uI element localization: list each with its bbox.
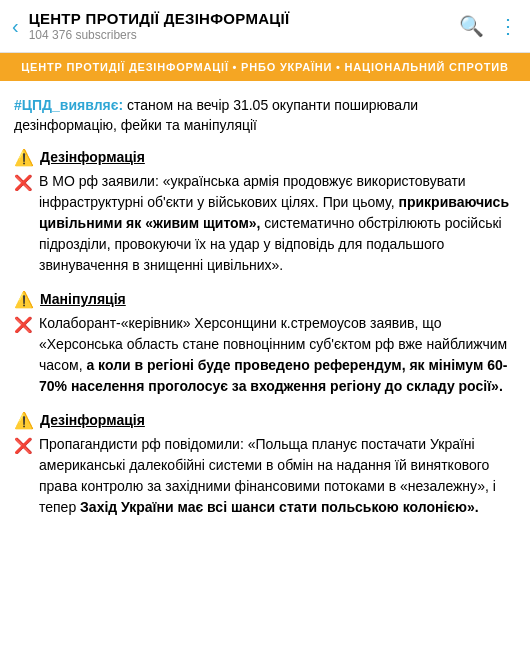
post-hashtag[interactable]: #ЦПД_виявляє: [14, 97, 123, 113]
section-dezinfo-2-body: ❌ Пропагандисти рф повідомили: «Польща п… [14, 434, 516, 518]
warning-icon-2: ⚠️ [14, 290, 34, 309]
channel-header: ‹ ЦЕНТР ПРОТИДІЇ ДЕЗІНФОРМАЦІЇ 104 376 s… [0, 0, 530, 53]
search-icon[interactable]: 🔍 [459, 14, 484, 38]
subscriber-count: 104 376 subscribers [29, 28, 459, 42]
section-dezinfo-1-title: Дезінформація [40, 149, 145, 165]
section-manipulation-1-header: ⚠️ Маніпуляція [14, 290, 516, 309]
channel-title: ЦЕНТР ПРОТИДІЇ ДЕЗІНФОРМАЦІЇ [29, 10, 459, 27]
channel-info: ЦЕНТР ПРОТИДІЇ ДЕЗІНФОРМАЦІЇ 104 376 sub… [29, 10, 459, 42]
post-content: #ЦПД_виявляє: станом на вечір 31.05 окуп… [0, 81, 530, 552]
section-dezinfo-2-text: Пропагандисти рф повідомили: «Польща пла… [39, 434, 516, 518]
section-dezinfo-1-body: ❌ В МО рф заявили: «українська армія про… [14, 171, 516, 276]
banner-text: ЦЕНТР ПРОТИДІЇ ДЕЗІНФОРМАЦІЇ • РНБО УКРА… [14, 61, 516, 73]
section-manipulation-1-body: ❌ Колаборант-«керівник» Херсонщини к.стр… [14, 313, 516, 397]
channel-banner: ЦЕНТР ПРОТИДІЇ ДЕЗІНФОРМАЦІЇ • РНБО УКРА… [0, 53, 530, 81]
warning-icon-3: ⚠️ [14, 411, 34, 430]
section-dezinfo-1-text: В МО рф заявили: «українська армія продо… [39, 171, 516, 276]
section-dezinfo-1: ⚠️ Дезінформація ❌ В МО рф заявили: «укр… [14, 148, 516, 276]
header-actions: 🔍 ⋮ [459, 14, 518, 38]
x-icon-2: ❌ [14, 314, 33, 397]
section-dezinfo-2-header: ⚠️ Дезінформація [14, 411, 516, 430]
section-manipulation-1-title: Маніпуляція [40, 291, 126, 307]
section-manipulation-1: ⚠️ Маніпуляція ❌ Колаборант-«керівник» Х… [14, 290, 516, 397]
more-options-icon[interactable]: ⋮ [498, 14, 518, 38]
x-icon-3: ❌ [14, 435, 33, 518]
section-dezinfo-2: ⚠️ Дезінформація ❌ Пропагандисти рф пові… [14, 411, 516, 518]
section-dezinfo-2-title: Дезінформація [40, 412, 145, 428]
post-intro: #ЦПД_виявляє: станом на вечір 31.05 окуп… [14, 95, 516, 136]
x-icon-1: ❌ [14, 172, 33, 276]
back-button[interactable]: ‹ [12, 15, 19, 38]
section-manipulation-1-text: Колаборант-«керівник» Херсонщини к.стрем… [39, 313, 516, 397]
warning-icon-1: ⚠️ [14, 148, 34, 167]
section-dezinfo-1-header: ⚠️ Дезінформація [14, 148, 516, 167]
